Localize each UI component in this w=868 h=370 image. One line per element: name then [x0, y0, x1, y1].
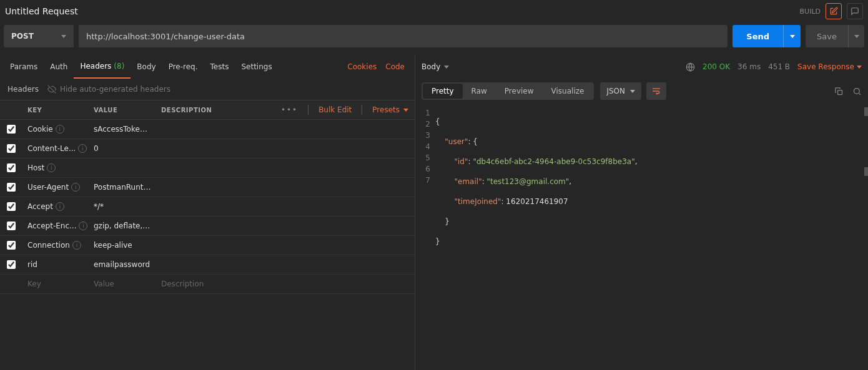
globe-icon[interactable]	[686, 62, 695, 72]
status-code: 200 OK	[703, 62, 730, 71]
view-pretty[interactable]: Pretty	[423, 84, 463, 99]
header-row[interactable]: User-Agenti PostmanRunti...	[0, 178, 415, 197]
send-label: Send	[732, 32, 783, 41]
tab-body[interactable]: Body	[131, 55, 162, 79]
row-key[interactable]: Accepti	[22, 202, 89, 211]
view-raw[interactable]: Raw	[463, 84, 496, 99]
send-dropdown[interactable]	[783, 25, 801, 47]
line-number: 5	[415, 152, 430, 163]
row-checkbox[interactable]	[7, 222, 16, 230]
bulk-edit-link[interactable]: Bulk Edit	[318, 105, 352, 114]
row-value[interactable]: 0	[89, 144, 156, 153]
header-row[interactable]: Content-Le...i 0	[0, 139, 415, 158]
format-value: JSON	[606, 87, 625, 95]
scroll-mark	[864, 167, 868, 176]
presets-dropdown[interactable]: Presets	[372, 105, 408, 114]
tab-auth[interactable]: Auth	[44, 55, 74, 79]
line-number: 7	[415, 175, 430, 186]
view-preview[interactable]: Preview	[496, 84, 543, 99]
row-checkbox[interactable]	[7, 163, 16, 172]
header-row[interactable]: Connectioni keep-alive	[0, 236, 415, 255]
edit-icon[interactable]	[826, 3, 842, 19]
row-checkbox[interactable]	[7, 125, 16, 134]
chevron-down-icon	[403, 109, 408, 112]
hide-autogen-toggle[interactable]: Hide auto-generated headers	[47, 85, 170, 94]
search-icon[interactable]	[852, 87, 862, 96]
header-row[interactable]: rid emailpassword	[0, 255, 415, 275]
ph-value[interactable]: Value	[89, 280, 156, 288]
row-checkbox[interactable]	[7, 144, 16, 153]
json-key-id: "id"	[455, 157, 468, 166]
eye-off-icon	[47, 85, 56, 94]
info-icon: i	[56, 202, 64, 211]
tab-headers-label: Headers	[80, 62, 111, 71]
response-size: 451 B	[768, 62, 790, 71]
row-checkbox[interactable]	[7, 202, 16, 211]
save-button[interactable]: Save	[806, 25, 864, 47]
info-icon: i	[79, 222, 87, 230]
header-row[interactable]: Accept-Enc...i gzip, deflate, br	[0, 217, 415, 236]
row-value[interactable]: gzip, deflate, br	[89, 222, 156, 230]
comment-icon[interactable]	[847, 3, 863, 19]
tab-params[interactable]: Params	[4, 55, 44, 79]
request-title: Untitled Request	[5, 6, 78, 16]
chevron-down-icon	[854, 35, 859, 38]
row-value[interactable]: emailpassword	[89, 260, 156, 269]
line-number: 3	[415, 130, 430, 141]
copy-icon[interactable]	[834, 87, 844, 96]
ph-key[interactable]: Key	[22, 280, 89, 288]
json-val-email: "test123@gmail.com"	[487, 177, 570, 186]
url-input[interactable]	[79, 25, 727, 47]
cookies-link[interactable]: Cookies	[347, 62, 377, 71]
row-key[interactable]: User-Agenti	[22, 183, 89, 192]
more-icon[interactable]: •••	[281, 105, 298, 114]
row-key[interactable]: Connectioni	[22, 241, 89, 250]
json-val-id: "db4c6ebf-abc2-4964-abe9-0c53c9f8be3a"	[473, 157, 634, 166]
row-key[interactable]: Accept-Enc...i	[22, 222, 89, 230]
header-row[interactable]: Hosti	[0, 158, 415, 178]
row-key[interactable]: Content-Le...i	[22, 144, 89, 153]
view-visualize[interactable]: Visualize	[543, 84, 593, 99]
response-body-tab[interactable]: Body	[422, 62, 449, 71]
header-row[interactable]: Cookiei sAccessToken=...	[0, 120, 415, 139]
format-select[interactable]: JSON	[600, 82, 641, 100]
code-link[interactable]: Code	[385, 62, 405, 71]
tab-settings[interactable]: Settings	[235, 55, 278, 79]
save-response-dropdown[interactable]: Save Response	[797, 62, 862, 71]
placeholder-row[interactable]: Key Value Description	[0, 275, 415, 294]
th-value: VALUE	[89, 107, 156, 114]
row-checkbox[interactable]	[7, 183, 16, 192]
presets-label: Presets	[372, 105, 400, 114]
wrap-icon	[651, 86, 661, 96]
method-select[interactable]: POST	[4, 25, 74, 47]
chevron-down-icon	[857, 66, 862, 69]
info-icon: i	[78, 144, 87, 153]
method-value: POST	[11, 32, 34, 41]
row-key[interactable]: Cookiei	[22, 125, 89, 134]
row-value[interactable]: sAccessToken=...	[89, 125, 156, 134]
chevron-down-icon	[790, 35, 795, 38]
row-checkbox[interactable]	[7, 260, 16, 269]
wrap-lines-button[interactable]	[646, 82, 666, 100]
row-value[interactable]: */*	[89, 202, 156, 211]
send-button[interactable]: Send	[732, 25, 801, 47]
row-key[interactable]: Hosti	[22, 163, 89, 172]
svg-rect-4	[838, 90, 842, 94]
scroll-mark	[864, 107, 868, 116]
headers-count: (8)	[114, 62, 124, 71]
row-value[interactable]: keep-alive	[89, 241, 156, 250]
row-checkbox[interactable]	[7, 241, 16, 250]
tab-headers[interactable]: Headers (8)	[74, 55, 131, 79]
header-row[interactable]: Accepti */*	[0, 197, 415, 217]
row-key[interactable]: rid	[22, 260, 89, 269]
tab-tests[interactable]: Tests	[204, 55, 235, 79]
response-time: 36 ms	[737, 62, 761, 71]
ph-desc[interactable]: Description	[156, 280, 415, 288]
json-key-user: "user"	[445, 137, 468, 146]
row-value[interactable]: PostmanRunti...	[89, 183, 156, 192]
save-dropdown[interactable]	[848, 25, 864, 47]
th-key: KEY	[22, 107, 89, 114]
tab-prereq[interactable]: Pre-req.	[162, 55, 204, 79]
svg-line-6	[859, 93, 861, 95]
chevron-down-icon	[630, 90, 635, 93]
